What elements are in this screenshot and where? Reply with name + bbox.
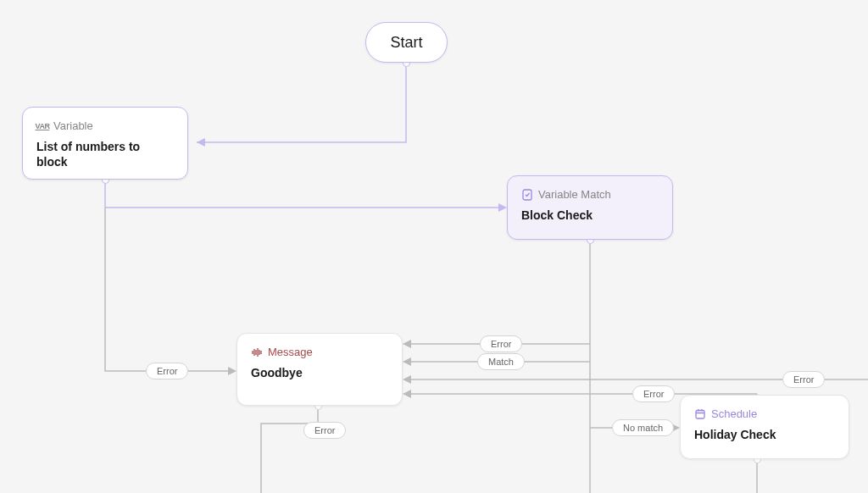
edge-label-error-3[interactable]: Error <box>782 371 825 388</box>
variable-icon: VAR <box>36 120 48 132</box>
svg-marker-5 <box>403 375 411 384</box>
svg-marker-6 <box>403 390 411 398</box>
edge-label-error-5[interactable]: Error <box>303 422 346 439</box>
node-start-label: Start <box>390 34 422 52</box>
check-icon <box>521 189 533 201</box>
node-holiday[interactable]: Schedule Holiday Check <box>680 395 849 459</box>
svg-marker-3 <box>403 340 411 348</box>
svg-marker-4 <box>403 357 411 366</box>
node-blockcheck[interactable]: Variable Match Block Check <box>507 175 673 240</box>
node-blockcheck-title: Block Check <box>521 208 659 223</box>
node-start[interactable]: Start <box>365 22 448 63</box>
svg-rect-9 <box>696 410 704 418</box>
node-holiday-type: Schedule <box>711 407 757 420</box>
edge-label-match[interactable]: Match <box>477 353 525 370</box>
node-variable-type: Variable <box>53 119 93 132</box>
node-holiday-header: Schedule <box>694 407 835 420</box>
edge-label-error-4[interactable]: Error <box>632 385 675 402</box>
edge-label-error-2[interactable]: Error <box>480 335 522 352</box>
calendar-icon <box>694 408 706 420</box>
node-goodbye-type: Message <box>268 346 313 358</box>
node-blockcheck-type: Variable Match <box>538 188 611 201</box>
node-variable-title: List of numbers to block <box>36 139 174 169</box>
message-icon <box>251 346 263 358</box>
svg-marker-2 <box>228 367 236 375</box>
svg-marker-1 <box>498 203 507 212</box>
svg-marker-0 <box>197 138 205 147</box>
flow-canvas[interactable]: Start VAR Variable List of numbers to bl… <box>0 0 868 493</box>
edge-label-error-1[interactable]: Error <box>146 363 188 379</box>
node-blockcheck-header: Variable Match <box>521 188 659 201</box>
node-goodbye-header: Message <box>251 346 388 358</box>
node-variable-header: VAR Variable <box>36 119 174 132</box>
node-goodbye[interactable]: Message Goodbye <box>236 333 403 406</box>
node-goodbye-title: Goodbye <box>251 365 388 380</box>
node-variable[interactable]: VAR Variable List of numbers to block <box>22 107 188 180</box>
node-holiday-title: Holiday Check <box>694 427 835 442</box>
edge-label-nomatch[interactable]: No match <box>612 419 674 436</box>
